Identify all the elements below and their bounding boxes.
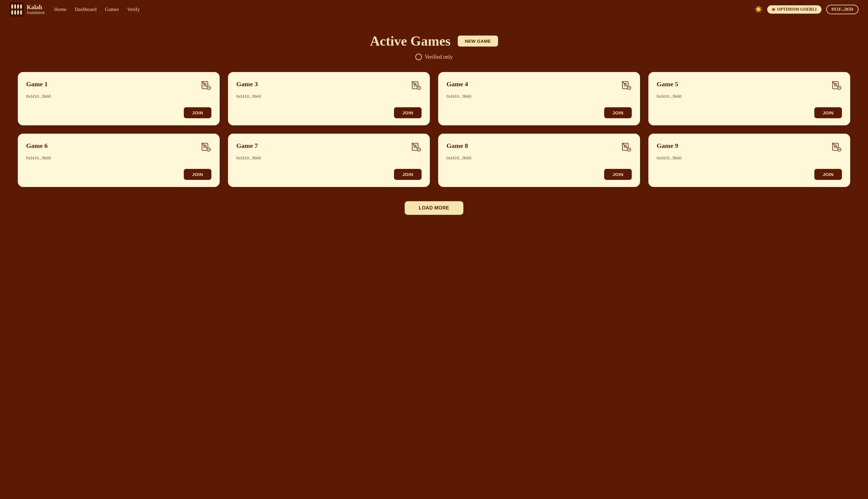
logo-icon [10,2,24,16]
unverified-icon [411,142,422,153]
main-content: Active Games NEW GAME Verified only Game… [0,19,868,229]
game-card: Game 3 0xf410...9b60 JOIN [228,72,430,125]
game-address: 0xf410...9b60 [236,156,422,165]
unverified-icon [201,80,212,91]
game-title: Game 6 [26,142,48,150]
new-game-button[interactable]: NEW GAME [458,36,498,47]
game-card: Game 9 0xf410...9b60 JOIN [648,134,850,187]
card-header: Game 8 [446,142,632,153]
join-button[interactable]: JOIN [394,107,422,118]
game-address: 0xf410...9b60 [656,94,842,103]
unverified-icon [831,142,842,153]
game-address: 0xf410...9b60 [656,156,842,165]
theme-toggle-icon[interactable]: ☀️ [755,5,762,13]
network-badge[interactable]: OPTIMISM GOERLI [767,5,821,14]
card-header: Game 7 [236,142,422,153]
game-address: 0xf410...9b60 [26,94,212,103]
nav-links: Home Dashboard Games Verify [54,7,745,12]
game-title: Game 1 [26,80,48,88]
card-header: Game 4 [446,80,632,91]
game-title: Game 5 [656,80,678,88]
games-grid: Game 1 0xf410...9b60 JOIN Game 3 [18,72,850,187]
join-button[interactable]: JOIN [604,169,632,180]
game-address: 0xf410...9b60 [446,156,632,165]
network-label: OPTIMISM GOERLI [777,7,817,12]
join-button[interactable]: JOIN [184,169,212,180]
game-card: Game 6 0xf410...9b60 JOIN [18,134,220,187]
game-card: Game 8 0xf410...9b60 JOIN [438,134,640,187]
join-button[interactable]: JOIN [814,107,842,118]
nav-home[interactable]: Home [54,7,67,12]
game-address: 0xf410...9b60 [446,94,632,103]
card-header: Game 6 [26,142,212,153]
card-header: Game 1 [26,80,212,91]
verified-only-checkbox[interactable] [415,53,422,60]
nav-games[interactable]: Games [105,7,119,12]
page-title: Active Games [370,33,450,49]
network-status-dot [772,8,775,11]
nav-dashboard[interactable]: Dashboard [75,7,97,12]
verified-only-label: Verified only [425,54,453,60]
game-address: 0xf410...9b60 [26,156,212,165]
logo[interactable]: Kalah foundation [10,2,45,16]
game-card: Game 4 0xf410...9b60 JOIN [438,72,640,125]
card-header: Game 3 [236,80,422,91]
join-button[interactable]: JOIN [184,107,212,118]
page-header: Active Games NEW GAME Verified only [18,33,850,60]
unverified-icon [621,80,632,91]
join-button[interactable]: JOIN [394,169,422,180]
wallet-badge[interactable]: 0X1F...285D [826,5,858,14]
game-card: Game 1 0xf410...9b60 JOIN [18,72,220,125]
game-title: Game 3 [236,80,258,88]
game-title: Game 7 [236,142,258,150]
unverified-icon [831,80,842,91]
wallet-address: 0X1F...285D [832,7,853,12]
join-button[interactable]: JOIN [814,169,842,180]
verified-filter-row: Verified only [415,53,453,60]
nav-verify[interactable]: Verify [127,7,140,12]
load-more-row: LOAD MORE [18,201,850,215]
unverified-icon [201,142,212,153]
nav-right: ☀️ OPTIMISM GOERLI 0X1F...285D [755,5,858,14]
game-address: 0xf410...9b60 [236,94,422,103]
join-button[interactable]: JOIN [604,107,632,118]
navigation: Kalah foundation Home Dashboard Games Ve… [0,0,868,19]
game-title: Game 4 [446,80,468,88]
unverified-icon [411,80,422,91]
game-title: Game 8 [446,142,468,150]
card-header: Game 9 [656,142,842,153]
game-card: Game 7 0xf410...9b60 JOIN [228,134,430,187]
unverified-icon [621,142,632,153]
game-title: Game 9 [656,142,678,150]
game-card: Game 5 0xf410...9b60 JOIN [648,72,850,125]
title-row: Active Games NEW GAME [370,33,498,49]
logo-text: Kalah foundation [27,4,45,15]
card-header: Game 5 [656,80,842,91]
load-more-button[interactable]: LOAD MORE [405,201,463,215]
